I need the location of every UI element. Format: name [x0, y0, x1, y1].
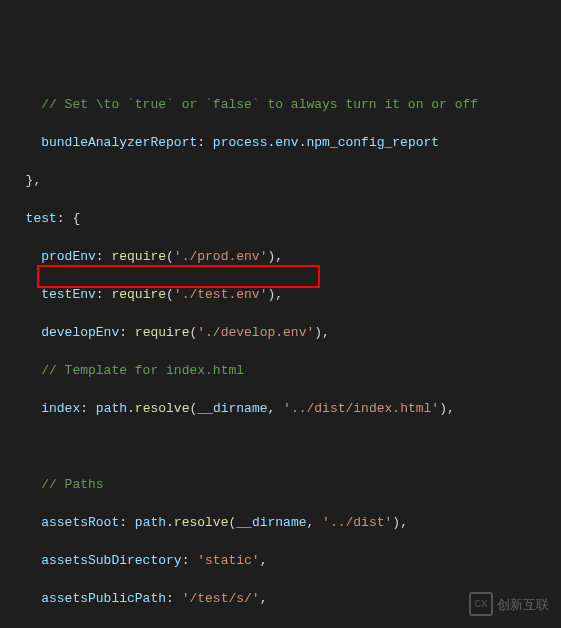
code-line [10, 437, 551, 456]
watermark-icon: CX [469, 592, 493, 616]
code-line: assetsSubDirectory: 'static', [10, 551, 551, 570]
code-line: index: path.resolve(__dirname, '../dist/… [10, 399, 551, 418]
code-editor[interactable]: // Set \to `true` or `false` to always t… [0, 76, 561, 628]
code-line: developEnv: require('./develop.env'), [10, 323, 551, 342]
code-line: // Set \to `true` or `false` to always t… [10, 95, 551, 114]
code-line: test: { [10, 209, 551, 228]
code-line: }, [10, 171, 551, 190]
code-line: // Template for index.html [10, 361, 551, 380]
code-line: testEnv: require('./test.env'), [10, 285, 551, 304]
code-line: prodEnv: require('./prod.env'), [10, 247, 551, 266]
watermark: CX 创新互联 [469, 592, 549, 616]
code-line: assetsRoot: path.resolve(__dirname, '../… [10, 513, 551, 532]
code-line: // Paths [10, 475, 551, 494]
code-line: bundleAnalyzerReport: process.env.npm_co… [10, 133, 551, 152]
watermark-text: 创新互联 [497, 595, 549, 614]
